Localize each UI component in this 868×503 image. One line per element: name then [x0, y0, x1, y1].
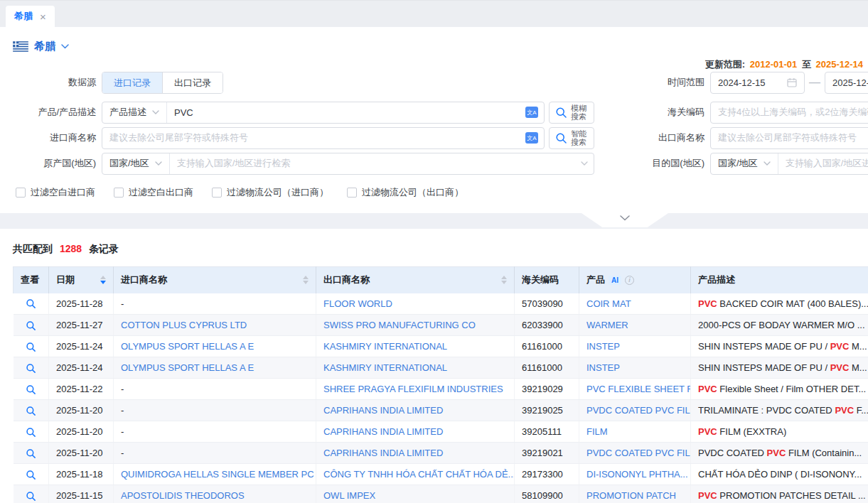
table-row: 2025-11-22-SHREE PRAGYA FLEXIFILM INDUST…	[14, 379, 868, 400]
column-header-3[interactable]: 出口商名称	[316, 267, 515, 293]
cell-exporter: CAPRIHANS INDIA LIMITED	[316, 421, 515, 443]
sort-icon[interactable]	[501, 276, 507, 284]
origin-country-select[interactable]: 国家/地区	[102, 153, 170, 174]
data-source-option-0[interactable]: 进口记录	[102, 72, 162, 93]
column-header-1[interactable]: 日期	[49, 267, 114, 293]
view-record-button[interactable]	[26, 298, 36, 309]
exporter-link[interactable]: CÔNG TY TNHH HÓA CHẤT CHẤT HÓA DẺ...	[323, 469, 515, 480]
description-text: M...	[849, 341, 867, 352]
exporter-link[interactable]: CAPRIHANS INDIA LIMITED	[323, 405, 443, 416]
exporter-link[interactable]: SHREE PRAGYA FLEXIFILM INDUSTRIES	[323, 384, 503, 394]
keyword-highlight: PVC	[830, 362, 850, 373]
column-label: 出口商名称	[323, 274, 370, 286]
cell-product: INSTEP	[579, 357, 691, 379]
importer-input[interactable]: 建议去除公司尾部字符或特殊符号	[102, 131, 525, 144]
view-record-button[interactable]	[26, 448, 36, 459]
product-link[interactable]: COIR MAT	[586, 298, 631, 309]
view-record-button[interactable]	[26, 470, 36, 480]
cell-hs-code: 62033900	[515, 315, 579, 336]
product-link[interactable]: PVDC COATED PVC FIL...	[586, 405, 691, 416]
smart-search-label: 智能搜索	[571, 129, 588, 146]
exporter-link[interactable]: CAPRIHANS INDIA LIMITED	[323, 448, 443, 458]
collapse-handle[interactable]	[582, 213, 668, 227]
cell-product: PROMOTION PATCH	[579, 485, 691, 503]
product-type-select[interactable]: 产品描述	[102, 102, 167, 123]
column-header-2[interactable]: 进口商名称	[114, 267, 316, 293]
filter-checkboxes: 过滤空白进口商过滤空白出口商过滤物流公司（进口商）过滤物流公司（出口商）	[16, 186, 464, 199]
cell-description: PVC Flexible Sheet / Film OTHER DET...	[691, 379, 868, 400]
view-record-button[interactable]	[26, 320, 36, 331]
view-record-button[interactable]	[26, 363, 36, 374]
cell-view	[14, 421, 49, 443]
cell-view	[14, 464, 49, 485]
importer-link[interactable]: OLYMPUS SPORT HELLAS A E	[121, 362, 254, 373]
checkbox[interactable]	[16, 188, 26, 198]
cell-hs-code: 61161000	[515, 336, 579, 357]
view-record-button[interactable]	[26, 427, 36, 438]
data-source-option-1[interactable]: 出口记录	[162, 72, 223, 93]
cell-exporter: OWL IMPEX	[316, 485, 515, 503]
exporter-link[interactable]: CAPRIHANS INDIA LIMITED	[323, 426, 443, 437]
description-text: Flexible Sheet / Film OTHER DET...	[717, 384, 867, 394]
importer-link[interactable]: APOSTOLIDIS THEODOROS	[121, 490, 245, 501]
cell-date: 2025-11-24	[49, 336, 114, 357]
product-link[interactable]: INSTEP	[586, 341, 620, 352]
smart-search-button[interactable]: 智能搜索	[549, 127, 594, 149]
view-record-button[interactable]	[26, 384, 36, 395]
checkbox[interactable]	[212, 188, 222, 198]
product-input[interactable]: PVC	[167, 107, 525, 118]
date-end-input[interactable]: 2025-12-14	[825, 72, 868, 94]
exporter-link[interactable]: FLOOR WORLD	[323, 298, 392, 309]
product-link[interactable]: INSTEP	[586, 362, 620, 373]
date-start-input[interactable]: 2024-12-15	[710, 72, 805, 94]
description-text: PROMOTION PATCHES DETAIL ...	[717, 490, 866, 501]
translate-icon[interactable]: 文A	[525, 107, 538, 118]
product-link[interactable]: WARMER	[586, 320, 628, 330]
exporter-link[interactable]: KASHMIRY INTERNATIONAL	[323, 341, 447, 352]
column-header-5: 产品AIi	[579, 267, 691, 293]
view-record-button[interactable]	[26, 491, 36, 502]
view-record-button[interactable]	[26, 342, 36, 352]
product-link[interactable]: PVC FLEXIBLE SHEET F...	[586, 384, 691, 394]
checkbox[interactable]	[114, 188, 124, 198]
tab-greece[interactable]: 希腊 ×	[6, 6, 55, 27]
cell-date: 2025-11-24	[49, 357, 114, 379]
hs-code-input[interactable]: 支持4位以上海关编码，或2位海关编码加	[710, 102, 868, 124]
cell-view	[14, 379, 49, 400]
product-link[interactable]: PROMOTION PATCH	[586, 490, 676, 501]
destination-country-select[interactable]: 国家/地区	[711, 153, 778, 174]
view-record-button[interactable]	[26, 406, 36, 416]
cell-product: WARMER	[579, 315, 691, 336]
exporter-link[interactable]: KASHMIRY INTERNATIONAL	[323, 362, 447, 373]
info-icon[interactable]: i	[625, 276, 634, 285]
origin-country-input[interactable]: 支持输入国家/地区进行检索	[170, 157, 581, 170]
importer-link[interactable]: QUIMIDROGA HELLAS SINGLE MEMBER PC	[121, 469, 314, 480]
chevron-down-icon[interactable]	[61, 44, 69, 49]
cell-description: SHIN INSTEPS MADE OF PU / PVC M...	[691, 336, 868, 357]
importer-link[interactable]: OLYMPUS SPORT HELLAS A E	[121, 341, 254, 352]
search-icon	[555, 107, 567, 119]
checkbox[interactable]	[347, 188, 357, 198]
close-icon[interactable]: ×	[40, 11, 46, 22]
translate-icon[interactable]: 文A	[525, 132, 538, 144]
product-link[interactable]: PVDC COATED PVC FIL...	[586, 448, 691, 458]
exporter-placeholder: 建议去除公司尾部字符或特殊符号	[718, 131, 857, 144]
description-text: 2000-PCS OF BODAY WARMER M/O ...	[698, 320, 865, 330]
cell-product: FILM	[579, 421, 691, 443]
fuzzy-search-button[interactable]: 模糊搜索	[549, 102, 594, 124]
exporter-link[interactable]: SWISS PRO MANUFACTURING CO	[323, 320, 476, 330]
exporter-link[interactable]: OWL IMPEX	[323, 490, 375, 501]
cell-hs-code: 39205111	[515, 421, 579, 443]
destination-country-input[interactable]: 支持输入国家/地区进行	[778, 157, 868, 170]
sort-icon[interactable]	[303, 276, 309, 284]
sort-icon[interactable]	[100, 276, 106, 284]
column-label: 日期	[56, 274, 75, 286]
importer-link[interactable]: COTTON PLUS CYPRUS LTD	[121, 320, 247, 330]
product-link[interactable]: FILM	[586, 426, 608, 437]
product-link[interactable]: DI-ISONONYL PHTHA...	[586, 469, 688, 480]
table-row: 2025-11-27COTTON PLUS CYPRUS LTDSWISS PR…	[14, 315, 868, 336]
product-input-group: 产品描述 PVC 文A	[102, 102, 545, 124]
exporter-input[interactable]: 建议去除公司尾部字符或特殊符号	[710, 127, 868, 149]
importer-input-group: 建议去除公司尾部字符或特殊符号 文A	[102, 127, 545, 149]
table-row: 2025-11-15APOSTOLIDIS THEODOROSOWL IMPEX…	[14, 485, 868, 503]
